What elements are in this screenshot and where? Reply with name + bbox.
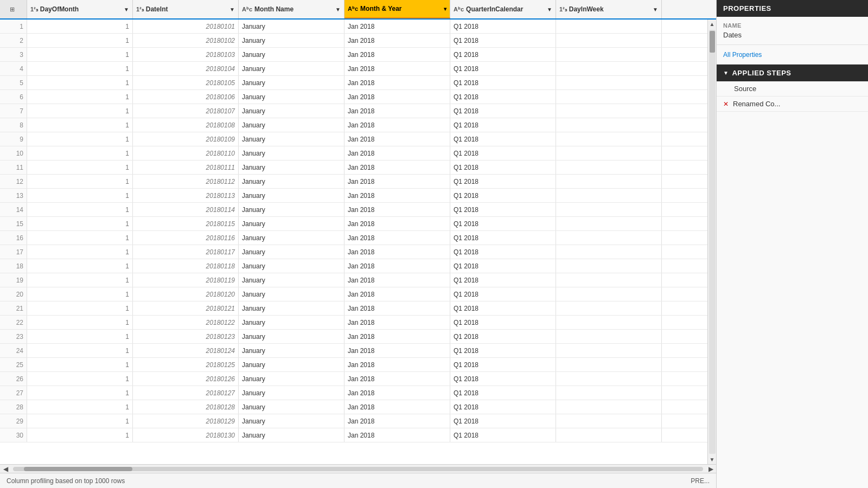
applied-step-item[interactable]: Source xyxy=(717,81,868,97)
col-header-dayofmonth[interactable]: 1²₃ DayOfMonth ▼ xyxy=(27,0,133,18)
cell-rownum: 17 xyxy=(0,245,27,259)
scroll-right-button[interactable]: ▶ xyxy=(705,465,716,473)
applied-steps-list: Source✕Renamed Co... xyxy=(717,81,868,112)
status-bar: Column profiling based on top 1000 rows … xyxy=(0,473,716,488)
table-row[interactable]: 22 1 20180122 January Jan 2018 Q1 2018 xyxy=(0,316,707,330)
table-row[interactable]: 18 1 20180118 January Jan 2018 Q1 2018 xyxy=(0,259,707,273)
col-dropdown-dayinweek[interactable]: ▼ xyxy=(653,7,658,12)
cell-monthname: January xyxy=(239,34,344,47)
cell-monthname: January xyxy=(239,273,344,287)
table-row[interactable]: 21 1 20180121 January Jan 2018 Q1 2018 xyxy=(0,301,707,316)
table-row[interactable]: 26 1 20180126 January Jan 2018 Q1 2018 xyxy=(0,372,707,386)
table-row[interactable]: 1 1 20180101 January Jan 2018 Q1 2018 xyxy=(0,20,707,34)
table-row[interactable]: 30 1 20180130 January Jan 2018 Q1 2018 xyxy=(0,428,707,442)
cell-monthname: January xyxy=(239,62,344,75)
cell-dayofmonth: 1 xyxy=(27,316,133,329)
col-dropdown-monthyear[interactable]: ▾ xyxy=(444,6,446,12)
table-row[interactable]: 11 1 20180111 January Jan 2018 Q1 2018 xyxy=(0,160,707,175)
table-row[interactable]: 23 1 20180123 January Jan 2018 Q1 2018 xyxy=(0,330,707,344)
table-row[interactable]: 7 1 20180107 January Jan 2018 Q1 2018 xyxy=(0,104,707,118)
cell-monthname: January xyxy=(239,104,344,118)
cell-monthname: January xyxy=(239,90,344,104)
cell-quarter: Q1 2018 xyxy=(450,189,556,202)
cell-quarter: Q1 2018 xyxy=(450,62,556,75)
cell-dateint: 20180122 xyxy=(133,316,239,329)
h-scroll-thumb[interactable] xyxy=(24,467,132,471)
table-row[interactable]: 24 1 20180124 January Jan 2018 Q1 2018 xyxy=(0,344,707,358)
cell-dayofmonth: 1 xyxy=(27,189,133,202)
cell-dayofmonth: 1 xyxy=(27,76,133,89)
table-row[interactable]: 20 1 20180120 January Jan 2018 Q1 2018 xyxy=(0,287,707,301)
text-icon-quarter: Aᵇc xyxy=(454,6,464,13)
cell-monthyear: Jan 2018 xyxy=(344,189,450,202)
all-properties-section[interactable]: All Properties xyxy=(717,45,868,65)
col-header-monthyear[interactable]: Aᵇc Month & Year ▾ xyxy=(344,0,450,18)
cell-quarter: Q1 2018 xyxy=(450,301,556,315)
scroll-down-button[interactable]: ▼ xyxy=(708,455,716,464)
cell-dayofmonth: 1 xyxy=(27,62,133,75)
cell-rownum: 26 xyxy=(0,372,27,386)
table-row[interactable]: 13 1 20180113 January Jan 2018 Q1 2018 xyxy=(0,189,707,203)
cell-monthname: January xyxy=(239,76,344,89)
table-body[interactable]: 1 1 20180101 January Jan 2018 Q1 2018 2 … xyxy=(0,20,707,464)
cell-dateint: 20180102 xyxy=(133,34,239,47)
cell-dateint: 20180130 xyxy=(133,428,239,442)
table-row[interactable]: 5 1 20180105 January Jan 2018 Q1 2018 xyxy=(0,76,707,90)
table-row[interactable]: 9 1 20180109 January Jan 2018 Q1 2018 xyxy=(0,132,707,146)
table-row[interactable]: 8 1 20180108 January Jan 2018 Q1 2018 xyxy=(0,118,707,132)
cell-monthyear: Jan 2018 xyxy=(344,118,450,132)
cell-dayofmonth: 1 xyxy=(27,104,133,118)
col-dropdown-dayofmonth[interactable]: ▼ xyxy=(124,7,129,12)
cell-monthyear: Jan 2018 xyxy=(344,20,450,33)
table-row[interactable]: 28 1 20180128 January Jan 2018 Q1 2018 xyxy=(0,400,707,414)
table-row[interactable]: 29 1 20180129 January Jan 2018 Q1 2018 xyxy=(0,414,707,428)
table-row[interactable]: 2 1 20180102 January Jan 2018 Q1 2018 xyxy=(0,34,707,48)
col-label-monthyear: Month & Year xyxy=(360,5,442,12)
cell-dateint: 20180103 xyxy=(133,48,239,61)
vertical-scrollbar[interactable]: ▲ ▼ xyxy=(707,20,716,464)
cell-rownum: 22 xyxy=(0,316,27,329)
scroll-left-button[interactable]: ◀ xyxy=(0,465,11,473)
table-row[interactable]: 16 1 20180116 January Jan 2018 Q1 2018 xyxy=(0,231,707,245)
table-row[interactable]: 3 1 20180103 January Jan 2018 Q1 2018 xyxy=(0,48,707,62)
cell-dateint: 20180128 xyxy=(133,400,239,414)
table-row[interactable]: 4 1 20180104 January Jan 2018 Q1 2018 xyxy=(0,62,707,76)
cell-dayinweek xyxy=(556,287,662,301)
scroll-up-button[interactable]: ▲ xyxy=(708,20,716,29)
right-panel: PROPERTIES Name Dates All Properties ▼ A… xyxy=(716,0,868,488)
applied-step-item[interactable]: ✕Renamed Co... xyxy=(717,97,868,112)
cell-quarter: Q1 2018 xyxy=(450,90,556,104)
cell-rownum: 15 xyxy=(0,217,27,230)
step-delete-button[interactable]: ✕ xyxy=(723,100,729,108)
all-properties-link[interactable]: All Properties xyxy=(723,51,762,59)
col-header-quarterincalendar[interactable]: Aᵇc QuarterInCalendar ▼ xyxy=(450,0,556,18)
table-row[interactable]: 6 1 20180106 January Jan 2018 Q1 2018 xyxy=(0,90,707,104)
table-row[interactable]: 17 1 20180117 January Jan 2018 Q1 2018 xyxy=(0,245,707,259)
cell-dayinweek xyxy=(556,104,662,118)
cell-dayofmonth: 1 xyxy=(27,48,133,61)
col-header-dayinweek[interactable]: 1²₃ DayInWeek ▼ xyxy=(556,0,662,18)
text-icon-monthname: Aᵇc xyxy=(242,6,252,13)
table-row[interactable]: 15 1 20180115 January Jan 2018 Q1 2018 xyxy=(0,217,707,231)
col-header-dateint[interactable]: 1²₃ DateInt ▼ xyxy=(133,0,239,18)
table-row[interactable]: 27 1 20180127 January Jan 2018 Q1 2018 xyxy=(0,386,707,400)
table-row[interactable]: 19 1 20180119 January Jan 2018 Q1 2018 xyxy=(0,273,707,287)
cell-quarter: Q1 2018 xyxy=(450,358,556,371)
cell-rownum: 19 xyxy=(0,273,27,287)
table-row[interactable]: 14 1 20180114 January Jan 2018 Q1 2018 xyxy=(0,203,707,217)
col-dropdown-dateint[interactable]: ▼ xyxy=(229,7,235,12)
col-header-monthname[interactable]: Aᵇc Month Name ▼ xyxy=(239,0,344,18)
table-scroll-container: 1 1 20180101 January Jan 2018 Q1 2018 2 … xyxy=(0,20,716,464)
scroll-thumb[interactable] xyxy=(710,31,715,53)
table-row[interactable]: 12 1 20180112 January Jan 2018 Q1 2018 xyxy=(0,175,707,189)
horizontal-scrollbar[interactable]: ◀ ▶ xyxy=(0,464,716,473)
cell-quarter: Q1 2018 xyxy=(450,330,556,343)
table-row[interactable]: 10 1 20180110 January Jan 2018 Q1 2018 xyxy=(0,146,707,160)
cell-quarter: Q1 2018 xyxy=(450,400,556,414)
cell-monthyear: Jan 2018 xyxy=(344,301,450,315)
table-row[interactable]: 25 1 20180125 January Jan 2018 Q1 2018 xyxy=(0,358,707,372)
col-header-rownum[interactable]: ⊞ xyxy=(0,0,27,18)
col-dropdown-monthname[interactable]: ▼ xyxy=(335,7,341,12)
col-dropdown-quarterincalendar[interactable]: ▼ xyxy=(547,7,552,12)
cell-monthyear: Jan 2018 xyxy=(344,104,450,118)
